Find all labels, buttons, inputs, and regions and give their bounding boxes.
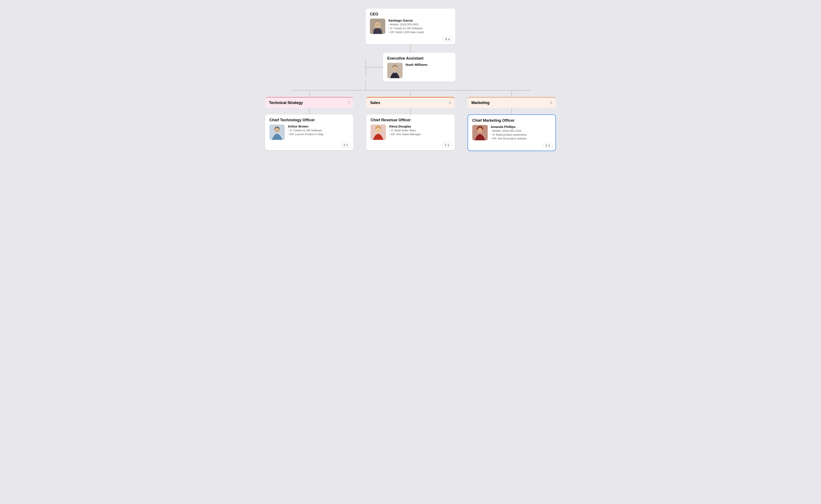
col3-v-top bbox=[511, 91, 512, 97]
col1-v-mid bbox=[309, 108, 310, 114]
cmo-detail-1: O: Build product awareness bbox=[491, 133, 527, 136]
ceo-expand-count: 6 bbox=[445, 37, 447, 41]
columns-row: Technical Strategy 7 Chief Technology Of… bbox=[261, 91, 560, 151]
cro-title: Chief Revenue Officer bbox=[371, 118, 450, 122]
cto-detail-1: KR: Launch Product in May bbox=[288, 133, 324, 136]
cro-info: Alexa Douglas O: Build Sales Team KR: Hi… bbox=[389, 125, 421, 136]
column-marketing: Marketing 9 Chief Marketing Officer bbox=[468, 91, 556, 151]
ceo-title: CEO bbox=[370, 12, 451, 16]
main-h-connector bbox=[291, 90, 530, 91]
ceo-avatar bbox=[370, 19, 385, 34]
dept-name-technical-strategy: Technical Strategy bbox=[269, 101, 303, 105]
cto-expand-button[interactable]: 2 ∨ bbox=[341, 142, 351, 148]
cmo-avatar bbox=[472, 125, 488, 140]
cto-card: Chief Technology Officer Arthu bbox=[265, 114, 353, 150]
ea-info: Noah Williams bbox=[406, 63, 427, 66]
cro-expand-icon: ∨ bbox=[447, 143, 449, 147]
cto-detail-0: O: Create #1 HR Software bbox=[288, 129, 324, 132]
ea-card: Executive Assistant bbox=[383, 53, 456, 82]
dept-count-marketing: 9 bbox=[550, 101, 552, 105]
h-stub-row: Executive Assistant bbox=[365, 53, 456, 82]
cmo-title: Chief Marketing Officer bbox=[472, 118, 551, 123]
center-v-line-2 bbox=[365, 82, 366, 90]
cto-expand-count: 2 bbox=[344, 143, 345, 147]
cmo-expand-button[interactable]: 2 ∨ bbox=[543, 143, 552, 148]
cto-expand-icon: ∨ bbox=[346, 143, 348, 147]
col3-v-mid bbox=[511, 108, 512, 114]
cmo-card: Chief Marketing Officer Amanda bbox=[468, 114, 556, 151]
ceo-expand-button[interactable]: 6 ∧ bbox=[443, 37, 452, 42]
ceo-v-connector bbox=[410, 44, 411, 53]
cmo-name: Amanda Phillips bbox=[491, 125, 527, 129]
cmo-detail-2: KR: Get 50 product reviews bbox=[491, 137, 527, 140]
svg-point-10 bbox=[393, 66, 397, 71]
cro-name: Alexa Douglas bbox=[389, 125, 421, 128]
cro-expand-count: 2 bbox=[445, 143, 446, 147]
cro-card: Chief Revenue Officer Alexa Do bbox=[366, 114, 455, 150]
cmo-person: Amanda Phillips Mobile: (310) 555-1234 O… bbox=[472, 125, 551, 140]
org-chart: CEO bbox=[261, 9, 560, 151]
cmo-detail-0: Mobile: (310) 555-1234 bbox=[491, 129, 527, 132]
dept-card-technical-strategy[interactable]: Technical Strategy 7 bbox=[265, 97, 353, 108]
top-section: CEO bbox=[261, 9, 560, 90]
dept-count-sales: 8 bbox=[449, 101, 451, 105]
svg-point-23 bbox=[477, 128, 482, 133]
ea-name: Noah Williams bbox=[406, 63, 427, 66]
ea-title: Executive Assistant bbox=[387, 56, 451, 61]
cro-detail-1: KR: Hire Sales Manager bbox=[389, 133, 421, 136]
svg-point-6 bbox=[375, 24, 380, 26]
h-stub-to-ea bbox=[366, 67, 383, 67]
column-sales: Sales 8 Chief Revenue Officer bbox=[366, 91, 455, 150]
dept-card-marketing[interactable]: Marketing 9 bbox=[468, 97, 556, 108]
ceo-name: Santiago Garcia bbox=[388, 19, 424, 22]
col2-v-top bbox=[410, 91, 411, 97]
cto-title: Chief Technology Officer bbox=[270, 118, 349, 122]
svg-point-15 bbox=[275, 130, 279, 132]
svg-point-19 bbox=[376, 127, 381, 133]
cmo-info: Amanda Phillips Mobile: (310) 555-1234 O… bbox=[491, 125, 527, 140]
ea-branch: Executive Assistant bbox=[365, 53, 456, 90]
cto-person: Arthur Brown O: Create #1 HR Software KR… bbox=[270, 125, 349, 140]
dept-count-technical-strategy: 7 bbox=[348, 101, 350, 105]
ceo-person: Santiago Garcia Mobile: (310) 555-0001 O… bbox=[370, 19, 451, 34]
ceo-detail-1: O: Create #1 HR Software bbox=[388, 27, 424, 30]
cro-person: Alexa Douglas O: Build Sales Team KR: Hi… bbox=[371, 125, 450, 140]
cto-info: Arthur Brown O: Create #1 HR Software KR… bbox=[288, 125, 324, 136]
ea-row: Executive Assistant bbox=[261, 53, 560, 90]
ceo-card: CEO bbox=[366, 9, 455, 44]
cto-name: Arthur Brown bbox=[288, 125, 324, 128]
ceo-info: Santiago Garcia Mobile: (310) 555-0001 O… bbox=[388, 19, 424, 34]
cmo-expand-count: 2 bbox=[545, 144, 547, 147]
ceo-detail-0: Mobile: (310) 555-0001 bbox=[388, 23, 424, 26]
ea-avatar bbox=[387, 63, 403, 78]
cto-avatar bbox=[270, 125, 285, 140]
col1-v-top bbox=[309, 91, 310, 97]
cro-expand-button[interactable]: 2 ∨ bbox=[442, 142, 452, 148]
cro-detail-0: O: Build Sales Team bbox=[389, 129, 421, 132]
col2-v-mid bbox=[410, 108, 411, 114]
ceo-expand-icon: ∧ bbox=[448, 37, 450, 41]
ea-person: Noah Williams bbox=[387, 63, 451, 78]
dept-name-marketing: Marketing bbox=[471, 101, 490, 105]
cro-avatar bbox=[371, 125, 386, 140]
column-technical-strategy: Technical Strategy 7 Chief Technology Of… bbox=[265, 91, 353, 150]
dept-card-sales[interactable]: Sales 8 bbox=[366, 97, 455, 108]
cmo-expand-icon: ∨ bbox=[548, 144, 550, 147]
ceo-detail-2: KR: Build 1,000 New Leads bbox=[388, 31, 424, 34]
dept-name-sales: Sales bbox=[370, 101, 380, 105]
